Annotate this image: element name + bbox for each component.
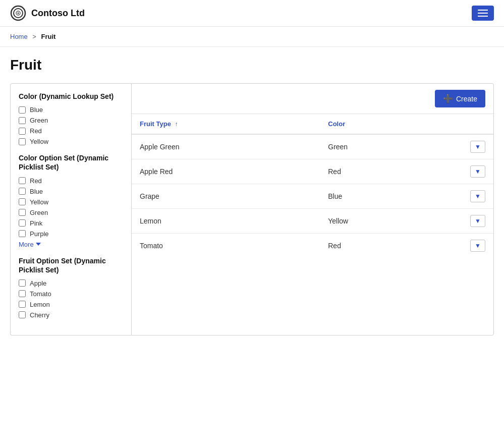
filter-item-green: Green [19,117,123,124]
filter-label-opt-pink: Pink [30,219,42,227]
cell-color-4: Yellow ▼ [320,209,493,234]
filter-label-fruit-lemon: Lemon [30,301,50,308]
cell-fruit-type-1: Apple Green [132,134,320,159]
hamburger-line-2 [478,13,488,14]
filter-checkbox-opt-purple[interactable] [19,230,26,237]
dropdown-chevron-icon-1: ▼ [475,143,481,150]
row-dropdown-button-5[interactable]: ▼ [470,240,485,252]
data-table: Fruit Type ↑ Color Apple Green Green [132,114,493,258]
dropdown-chevron-icon-2: ▼ [475,168,481,175]
cell-color-2: Red ▼ [320,159,493,184]
filter-item-opt-pink: Pink [19,219,123,227]
color-value-3: Blue [328,192,342,200]
filter-checkbox-red[interactable] [19,128,26,135]
table-header: Fruit Type ↑ Color [132,114,493,134]
filter-item-opt-blue: Blue [19,188,123,195]
filter-checkbox-opt-red[interactable] [19,177,26,184]
hamburger-line-3 [478,16,488,17]
filter-label-fruit-apple: Apple [30,280,46,287]
filter-item-opt-purple: Purple [19,230,123,238]
svg-point-3 [18,13,19,14]
breadcrumb: Home > Fruit [0,27,504,47]
filter-checkbox-green[interactable] [19,117,26,124]
filter-item-blue: Blue [19,106,123,114]
cell-fruit-type-5: Tomato [132,234,320,258]
table-row: Apple Red Red ▼ [132,159,493,184]
filter-label-opt-green: Green [30,209,48,216]
filter-label-opt-red: Red [30,177,42,185]
table-panel: ➕ Create Fruit Type ↑ Color App [131,83,494,336]
brand: Contoso Ltd [10,5,85,21]
cell-color-3: Blue ▼ [320,184,493,209]
filter-checkbox-blue[interactable] [19,106,26,114]
filter-item-yellow: Yellow [19,138,123,145]
column-label-fruit-type: Fruit Type [140,120,171,128]
hamburger-line-1 [478,10,488,11]
hamburger-button[interactable] [472,6,494,21]
more-link-label: More [19,241,34,248]
row-dropdown-button-1[interactable]: ▼ [470,141,485,153]
filter-checkbox-fruit-cherry[interactable] [19,311,26,318]
filter-item-opt-yellow: Yellow [19,198,123,206]
filter-section-color-option: Color Option Set (Dynamic Picklist Set) … [19,153,123,248]
filter-item-fruit-cherry: Cherry [19,311,123,319]
page-title: Fruit [0,47,504,78]
row-dropdown-button-4[interactable]: ▼ [470,215,485,227]
filter-checkbox-opt-yellow[interactable] [19,198,26,205]
chevron-down-icon [36,243,41,246]
breadcrumb-separator: > [32,33,36,40]
create-button-label: Create [456,95,477,103]
more-link[interactable]: More [19,241,123,248]
filter-checkbox-opt-green[interactable] [19,209,26,216]
cell-color-5: Red ▼ [320,234,493,258]
dropdown-chevron-icon-4: ▼ [475,217,481,225]
filter-label-fruit-cherry: Cherry [30,311,49,319]
filter-label-opt-purple: Purple [30,230,49,238]
column-header-color: Color [320,114,493,134]
filter-section-title-color-dynamic: Color (Dynamic Lookup Set) [19,92,123,101]
header: Contoso Ltd [0,0,504,27]
filter-section-title-color-option: Color Option Set (Dynamic Picklist Set) [19,153,123,172]
table-row: Lemon Yellow ▼ [132,209,493,234]
filter-checkbox-fruit-lemon[interactable] [19,301,26,308]
filter-checkbox-opt-blue[interactable] [19,188,26,195]
filter-panel: Color (Dynamic Lookup Set) Blue Green Re… [10,83,131,336]
table-row: Tomato Red ▼ [132,234,493,258]
filter-item-red: Red [19,127,123,135]
filter-section-title-fruit-option: Fruit Option Set (Dynamic Picklist Set) [19,256,123,274]
breadcrumb-current: Fruit [41,33,56,40]
cell-fruit-type-2: Apple Red [132,159,320,184]
filter-label-opt-blue: Blue [30,188,43,195]
cell-color-1: Green ▼ [320,134,493,159]
dropdown-chevron-icon-5: ▼ [475,242,481,249]
table-row: Grape Blue ▼ [132,184,493,209]
breadcrumb-home[interactable]: Home [10,33,28,40]
cell-fruit-type-3: Grape [132,184,320,209]
sort-arrow-icon: ↑ [175,121,178,128]
column-header-fruit-type[interactable]: Fruit Type ↑ [132,114,320,134]
create-button[interactable]: ➕ Create [435,90,485,107]
main-content: Color (Dynamic Lookup Set) Blue Green Re… [0,78,504,346]
table-toolbar: ➕ Create [132,84,493,114]
filter-label-red: Red [30,127,42,135]
filter-item-fruit-apple: Apple [19,280,123,287]
filter-checkbox-fruit-apple[interactable] [19,280,26,287]
color-value-1: Green [328,143,348,151]
filter-checkbox-fruit-tomato[interactable] [19,290,26,297]
filter-checkbox-yellow[interactable] [19,138,26,145]
row-dropdown-button-3[interactable]: ▼ [470,190,485,202]
color-value-2: Red [328,167,341,176]
filter-item-fruit-lemon: Lemon [19,301,123,308]
filter-label-blue: Blue [30,106,43,114]
column-label-color: Color [328,120,345,128]
dropdown-chevron-icon-3: ▼ [475,193,481,200]
table-row: Apple Green Green ▼ [132,134,493,159]
color-value-4: Yellow [328,217,348,225]
filter-item-opt-red: Red [19,177,123,185]
plus-icon: ➕ [443,94,453,103]
filter-section-color-dynamic: Color (Dynamic Lookup Set) Blue Green Re… [19,92,123,145]
color-value-5: Red [328,242,341,250]
filter-checkbox-opt-pink[interactable] [19,219,26,227]
row-dropdown-button-2[interactable]: ▼ [470,165,485,178]
filter-item-fruit-tomato: Tomato [19,290,123,298]
